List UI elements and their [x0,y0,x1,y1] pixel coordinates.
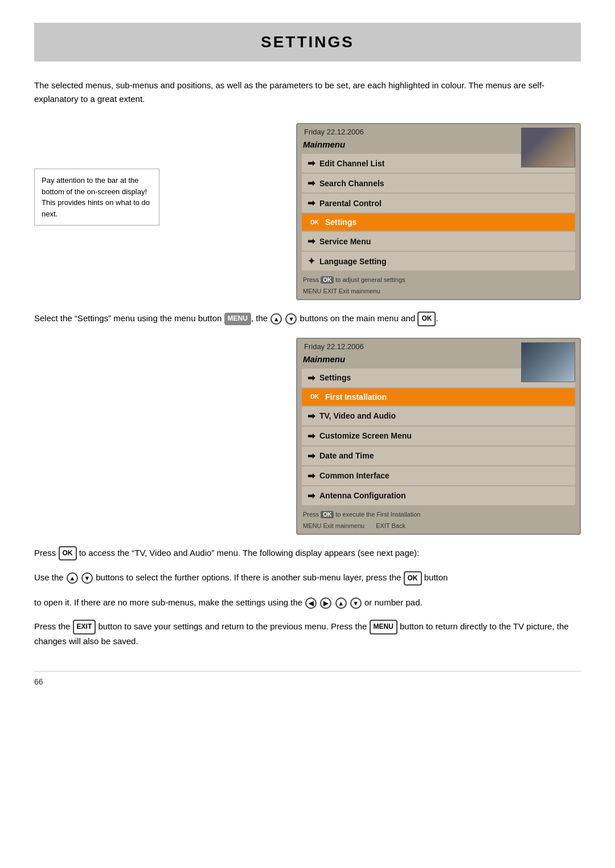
exit-btn-2: EXIT [376,522,390,529]
arrow-icon-date: ➡ [308,451,315,461]
right-nav: ▶ [320,597,331,609]
tv-date-2: Friday 22.12.2006 [304,342,364,351]
up-nav-2: ▲ [335,597,347,609]
ok-circle-icon: OK [417,312,436,326]
thumbnail-image-1 [522,128,575,167]
exit-circle: EXIT [73,620,96,634]
thumbnail-image-2 [522,343,575,382]
mid-text-1: Select the “Settings” menu using the men… [34,312,581,326]
menu-exit-label: MENU EXIT Exit mainmenu [303,288,380,294]
up-arrow-icon: ▲ [270,313,282,325]
page-footer: 66 [34,671,581,686]
arrow-icon-3: ➡ [308,198,315,208]
menu-circle: MENU [370,620,397,634]
arrow-icon-5: ➡ [308,236,315,247]
tv-screen-1: Friday 22.12.2006 ⏰ 10 12 Mainmenu ➡ Edi… [296,123,581,300]
exit-back-label: EXIT Back [376,522,405,529]
callout-box: Pay attention to the bar at the bottom o… [34,169,159,226]
arrow-icon-tv: ➡ [308,411,315,421]
press-ok-paragraph: Press OK to access the “TV, Video and Au… [34,546,581,561]
tv-bottom-bar-1: MENU EXIT Exit mainmenu [297,285,580,299]
menu-item-common-interface: ➡ Common Interface [302,466,575,485]
menu-item-customize-screen: ➡ Customize Screen Menu [302,427,575,445]
ok-badge-first-install: OK [308,393,322,400]
screenshot-section-2: Friday 22.12.2006 ⏰ 08 46 Mainmenu ➡ Set… [34,338,581,535]
tv-date-1: Friday 22.12.2006 [304,128,364,136]
menu-item-date-time: ➡ Date and Time [302,447,575,465]
menu-item-settings: OK Settings [302,214,575,231]
menu-item-search-channels: ➡ Search Channels [302,174,575,193]
tv-screen-2: Friday 22.12.2006 ⏰ 08 46 Mainmenu ➡ Set… [296,338,581,535]
ok-circle-2: OK [59,546,77,560]
left-nav: ◀ [305,597,317,609]
intro-text: The selected menus, sub-menus and positi… [34,79,581,106]
arrow-icon-1: ➡ [308,158,315,169]
tv-hint-2: Press OK to execute the First Installati… [297,506,580,520]
ok-btn-hint: OK [321,276,334,284]
exit-paragraph: Press the EXIT button to save your setti… [34,620,581,648]
screenshot-section-1: Pay attention to the bar at the bottom o… [34,123,581,300]
tv-hint-1: Press OK to adjust general settings [297,272,580,285]
menu-item-first-installation: OK First Installation [302,388,575,406]
star-icon: ✦ [308,256,315,267]
use-buttons-paragraph: Use the ▲ ▼ buttons to select the furthe… [34,571,581,586]
menu-btn-2: MENU [303,522,321,529]
arrow-icon-customize: ➡ [308,431,315,441]
menu-btn: MENU [303,288,321,294]
ok-btn-hint-2: OK [321,511,334,518]
page-title: SETTINGS [34,33,581,51]
menu-item-tv-video: ➡ TV, Video and Audio [302,407,575,425]
tv-bottom-bar-2: MENU Exit mainmenu EXIT Back [297,520,580,534]
menu-item-service-menu: ➡ Service Menu [302,232,575,251]
tv-thumbnail-1 [521,128,575,167]
menu-item-antenna-config: ➡ Antenna Configuration [302,486,575,505]
menu-button-icon: MENU [224,313,251,325]
up-nav: ▲ [67,572,78,584]
exit-btn: EXIT [323,288,337,294]
ok-badge-settings: OK [308,219,322,226]
page-number: 66 [34,677,43,686]
page-title-bar: SETTINGS [34,23,581,62]
arrow-icon-2: ➡ [308,178,315,189]
tv-thumbnail-2 [521,342,575,382]
down-nav: ▼ [81,572,93,584]
callout-text: Pay attention to the bar at the bottom o… [42,176,150,218]
menu-item-parental-control: ➡ Parental Control [302,194,575,212]
arrow-icon-antenna: ➡ [308,490,315,501]
ok-circle-3: OK [404,571,422,586]
arrow-icon-ci: ➡ [308,470,315,481]
down-arrow-icon: ▼ [285,313,297,325]
arrow-icon-sub: ➡ [308,372,315,383]
menu-item-language-setting: ✦ Language Setting [302,252,575,271]
down-nav-2: ▼ [350,597,362,609]
menu-exit-label-2: MENU Exit mainmenu [303,522,364,529]
open-submenu-paragraph: to open it. If there are no more sub-men… [34,596,581,609]
